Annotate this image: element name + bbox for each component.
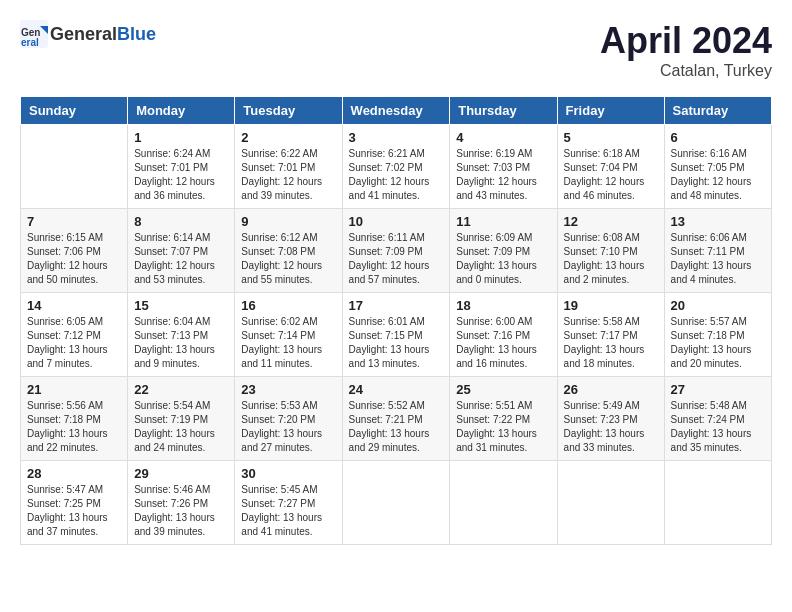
- weekday-header-friday: Friday: [557, 97, 664, 125]
- day-number: 6: [671, 130, 765, 145]
- calendar-cell: 3Sunrise: 6:21 AMSunset: 7:02 PMDaylight…: [342, 125, 450, 209]
- day-info: Sunrise: 6:12 AMSunset: 7:08 PMDaylight:…: [241, 231, 335, 287]
- day-number: 28: [27, 466, 121, 481]
- day-info: Sunrise: 5:52 AMSunset: 7:21 PMDaylight:…: [349, 399, 444, 455]
- day-number: 2: [241, 130, 335, 145]
- day-info: Sunrise: 5:46 AMSunset: 7:26 PMDaylight:…: [134, 483, 228, 539]
- day-number: 29: [134, 466, 228, 481]
- day-number: 3: [349, 130, 444, 145]
- day-number: 25: [456, 382, 550, 397]
- calendar-cell: 20Sunrise: 5:57 AMSunset: 7:18 PMDayligh…: [664, 293, 771, 377]
- day-info: Sunrise: 5:45 AMSunset: 7:27 PMDaylight:…: [241, 483, 335, 539]
- calendar-cell: 4Sunrise: 6:19 AMSunset: 7:03 PMDaylight…: [450, 125, 557, 209]
- day-number: 14: [27, 298, 121, 313]
- day-info: Sunrise: 6:18 AMSunset: 7:04 PMDaylight:…: [564, 147, 658, 203]
- day-info: Sunrise: 6:06 AMSunset: 7:11 PMDaylight:…: [671, 231, 765, 287]
- day-info: Sunrise: 5:53 AMSunset: 7:20 PMDaylight:…: [241, 399, 335, 455]
- day-number: 21: [27, 382, 121, 397]
- calendar-cell: 28Sunrise: 5:47 AMSunset: 7:25 PMDayligh…: [21, 461, 128, 545]
- weekday-header-wednesday: Wednesday: [342, 97, 450, 125]
- calendar-cell: [664, 461, 771, 545]
- day-number: 9: [241, 214, 335, 229]
- week-row-1: 1Sunrise: 6:24 AMSunset: 7:01 PMDaylight…: [21, 125, 772, 209]
- day-number: 8: [134, 214, 228, 229]
- calendar-cell: [450, 461, 557, 545]
- day-info: Sunrise: 5:58 AMSunset: 7:17 PMDaylight:…: [564, 315, 658, 371]
- day-number: 18: [456, 298, 550, 313]
- logo-icon: Gen eral: [20, 20, 48, 48]
- day-info: Sunrise: 6:01 AMSunset: 7:15 PMDaylight:…: [349, 315, 444, 371]
- calendar-cell: 5Sunrise: 6:18 AMSunset: 7:04 PMDaylight…: [557, 125, 664, 209]
- calendar-cell: [557, 461, 664, 545]
- calendar-cell: 21Sunrise: 5:56 AMSunset: 7:18 PMDayligh…: [21, 377, 128, 461]
- location-title: Catalan, Turkey: [600, 62, 772, 80]
- calendar-cell: 12Sunrise: 6:08 AMSunset: 7:10 PMDayligh…: [557, 209, 664, 293]
- calendar-cell: 26Sunrise: 5:49 AMSunset: 7:23 PMDayligh…: [557, 377, 664, 461]
- day-info: Sunrise: 6:09 AMSunset: 7:09 PMDaylight:…: [456, 231, 550, 287]
- calendar-cell: 11Sunrise: 6:09 AMSunset: 7:09 PMDayligh…: [450, 209, 557, 293]
- calendar-cell: 22Sunrise: 5:54 AMSunset: 7:19 PMDayligh…: [128, 377, 235, 461]
- day-info: Sunrise: 5:57 AMSunset: 7:18 PMDaylight:…: [671, 315, 765, 371]
- day-number: 26: [564, 382, 658, 397]
- day-info: Sunrise: 6:05 AMSunset: 7:12 PMDaylight:…: [27, 315, 121, 371]
- day-number: 11: [456, 214, 550, 229]
- day-info: Sunrise: 5:49 AMSunset: 7:23 PMDaylight:…: [564, 399, 658, 455]
- day-info: Sunrise: 5:54 AMSunset: 7:19 PMDaylight:…: [134, 399, 228, 455]
- day-number: 4: [456, 130, 550, 145]
- day-number: 15: [134, 298, 228, 313]
- day-info: Sunrise: 6:21 AMSunset: 7:02 PMDaylight:…: [349, 147, 444, 203]
- svg-text:eral: eral: [21, 37, 39, 48]
- day-info: Sunrise: 6:02 AMSunset: 7:14 PMDaylight:…: [241, 315, 335, 371]
- calendar-table: SundayMondayTuesdayWednesdayThursdayFrid…: [20, 96, 772, 545]
- calendar-cell: 1Sunrise: 6:24 AMSunset: 7:01 PMDaylight…: [128, 125, 235, 209]
- calendar-cell: 14Sunrise: 6:05 AMSunset: 7:12 PMDayligh…: [21, 293, 128, 377]
- day-info: Sunrise: 6:15 AMSunset: 7:06 PMDaylight:…: [27, 231, 121, 287]
- day-info: Sunrise: 5:56 AMSunset: 7:18 PMDaylight:…: [27, 399, 121, 455]
- weekday-header-thursday: Thursday: [450, 97, 557, 125]
- day-number: 23: [241, 382, 335, 397]
- day-info: Sunrise: 6:11 AMSunset: 7:09 PMDaylight:…: [349, 231, 444, 287]
- weekday-header-saturday: Saturday: [664, 97, 771, 125]
- title-area: April 2024 Catalan, Turkey: [600, 20, 772, 80]
- weekday-header-tuesday: Tuesday: [235, 97, 342, 125]
- day-number: 22: [134, 382, 228, 397]
- day-number: 7: [27, 214, 121, 229]
- day-number: 24: [349, 382, 444, 397]
- calendar-cell: 19Sunrise: 5:58 AMSunset: 7:17 PMDayligh…: [557, 293, 664, 377]
- day-number: 5: [564, 130, 658, 145]
- page-header: Gen eral GeneralBlue April 2024 Catalan,…: [20, 20, 772, 80]
- calendar-cell: 15Sunrise: 6:04 AMSunset: 7:13 PMDayligh…: [128, 293, 235, 377]
- day-info: Sunrise: 6:24 AMSunset: 7:01 PMDaylight:…: [134, 147, 228, 203]
- day-info: Sunrise: 6:16 AMSunset: 7:05 PMDaylight:…: [671, 147, 765, 203]
- calendar-cell: 27Sunrise: 5:48 AMSunset: 7:24 PMDayligh…: [664, 377, 771, 461]
- calendar-cell: 6Sunrise: 6:16 AMSunset: 7:05 PMDaylight…: [664, 125, 771, 209]
- day-number: 12: [564, 214, 658, 229]
- day-info: Sunrise: 6:04 AMSunset: 7:13 PMDaylight:…: [134, 315, 228, 371]
- calendar-cell: 18Sunrise: 6:00 AMSunset: 7:16 PMDayligh…: [450, 293, 557, 377]
- calendar-cell: 25Sunrise: 5:51 AMSunset: 7:22 PMDayligh…: [450, 377, 557, 461]
- calendar-cell: 24Sunrise: 5:52 AMSunset: 7:21 PMDayligh…: [342, 377, 450, 461]
- day-number: 10: [349, 214, 444, 229]
- day-number: 17: [349, 298, 444, 313]
- week-row-2: 7Sunrise: 6:15 AMSunset: 7:06 PMDaylight…: [21, 209, 772, 293]
- calendar-cell: 17Sunrise: 6:01 AMSunset: 7:15 PMDayligh…: [342, 293, 450, 377]
- day-info: Sunrise: 5:48 AMSunset: 7:24 PMDaylight:…: [671, 399, 765, 455]
- day-number: 13: [671, 214, 765, 229]
- calendar-cell: 9Sunrise: 6:12 AMSunset: 7:08 PMDaylight…: [235, 209, 342, 293]
- calendar-cell: 29Sunrise: 5:46 AMSunset: 7:26 PMDayligh…: [128, 461, 235, 545]
- calendar-cell: 23Sunrise: 5:53 AMSunset: 7:20 PMDayligh…: [235, 377, 342, 461]
- day-info: Sunrise: 6:08 AMSunset: 7:10 PMDaylight:…: [564, 231, 658, 287]
- calendar-cell: 8Sunrise: 6:14 AMSunset: 7:07 PMDaylight…: [128, 209, 235, 293]
- weekday-header-sunday: Sunday: [21, 97, 128, 125]
- calendar-cell: [21, 125, 128, 209]
- day-info: Sunrise: 6:00 AMSunset: 7:16 PMDaylight:…: [456, 315, 550, 371]
- day-number: 20: [671, 298, 765, 313]
- calendar-cell: 10Sunrise: 6:11 AMSunset: 7:09 PMDayligh…: [342, 209, 450, 293]
- week-row-4: 21Sunrise: 5:56 AMSunset: 7:18 PMDayligh…: [21, 377, 772, 461]
- weekday-header-row: SundayMondayTuesdayWednesdayThursdayFrid…: [21, 97, 772, 125]
- week-row-3: 14Sunrise: 6:05 AMSunset: 7:12 PMDayligh…: [21, 293, 772, 377]
- calendar-cell: [342, 461, 450, 545]
- day-number: 16: [241, 298, 335, 313]
- day-info: Sunrise: 6:22 AMSunset: 7:01 PMDaylight:…: [241, 147, 335, 203]
- day-number: 27: [671, 382, 765, 397]
